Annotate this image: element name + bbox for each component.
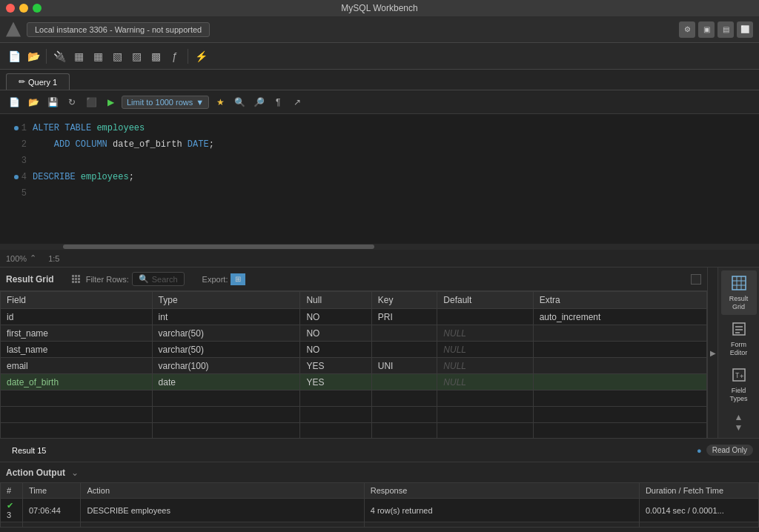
result-grid-sidebar-btn[interactable]: Result Grid bbox=[721, 270, 757, 315]
result-toolbar: Result Grid Filter Rows: 🔍 Search Export… bbox=[0, 267, 707, 291]
col-type: Type bbox=[152, 292, 300, 309]
cell-key: UNI bbox=[371, 358, 437, 374]
cell-type: varchar(50) bbox=[152, 342, 300, 358]
export-button[interactable]: ⊞ bbox=[231, 273, 245, 285]
zoom-arrow[interactable]: ⌃ bbox=[30, 253, 36, 263]
action-table: # Time Action Response Duration / Fetch … bbox=[0, 482, 759, 527]
table-row[interactable]: date_of_birth date YES NULL bbox=[1, 374, 707, 390]
table2-icon[interactable]: ▦ bbox=[90, 48, 106, 64]
save-sql-icon[interactable]: 💾 bbox=[44, 94, 61, 110]
cell-field: id bbox=[1, 309, 153, 325]
reconnect-icon[interactable]: 🔌 bbox=[51, 48, 67, 64]
table-icon[interactable]: ▦ bbox=[70, 48, 87, 64]
format-icon[interactable]: ¶ bbox=[270, 94, 286, 110]
cell-extra bbox=[533, 358, 706, 374]
new-file-icon[interactable]: 📄 bbox=[6, 48, 22, 64]
minimize-button[interactable] bbox=[19, 4, 28, 13]
search-icon[interactable]: 🔍 bbox=[231, 94, 248, 110]
cell-key bbox=[371, 342, 437, 358]
export-icon[interactable]: ↗ bbox=[289, 94, 305, 110]
settings-icon[interactable]: ⚙ bbox=[679, 21, 695, 38]
form-editor-sidebar-btn[interactable]: Form Editor bbox=[721, 316, 757, 361]
monitor-icon[interactable]: ▣ bbox=[698, 21, 715, 38]
form-editor-icon bbox=[730, 320, 748, 338]
cell-default bbox=[437, 309, 533, 325]
refresh-icon[interactable]: ↻ bbox=[64, 94, 80, 110]
action-output-toggle[interactable]: ⌄ bbox=[71, 468, 79, 478]
table-row-empty bbox=[1, 423, 707, 439]
table-row[interactable]: email varchar(100) YES UNI NULL bbox=[1, 358, 707, 374]
search-icon-small: 🔍 bbox=[139, 274, 149, 284]
table-row-empty bbox=[1, 390, 707, 407]
table4-icon[interactable]: ▨ bbox=[128, 48, 145, 64]
action-time: 07:06:44 bbox=[23, 499, 81, 522]
filter-label: Filter Rows: bbox=[86, 275, 129, 284]
cell-field: first_name bbox=[1, 325, 153, 342]
monitor2-icon[interactable]: ▤ bbox=[717, 21, 734, 38]
action-output-label: Action Output bbox=[6, 468, 65, 478]
cell-extra bbox=[533, 342, 706, 358]
function-icon[interactable]: ƒ bbox=[167, 48, 183, 64]
table5-icon[interactable]: ▩ bbox=[148, 48, 164, 64]
table-row[interactable]: id int NO PRI auto_increment bbox=[1, 309, 707, 325]
open-sql-icon[interactable]: 📂 bbox=[25, 94, 42, 110]
action-row[interactable]: ✔ 3 07:06:44 DESCRIBE employees 4 row(s)… bbox=[1, 499, 759, 522]
sql-line-2: ADD COLUMN date_of_birth DATE; bbox=[33, 136, 756, 153]
action-output-bar: Action Output ⌄ bbox=[0, 462, 759, 482]
expand-controls: ▲ ▼ bbox=[735, 413, 743, 435]
sql-line-1: ALTER TABLE employees bbox=[33, 120, 756, 136]
star-icon[interactable]: ★ bbox=[212, 94, 228, 110]
query1-tab-text: Query 1 bbox=[28, 78, 57, 87]
read-only-badge: Read Only bbox=[706, 445, 753, 456]
editor-scrollbar[interactable] bbox=[0, 244, 759, 250]
col-response: Response bbox=[364, 483, 639, 499]
result-tab[interactable]: Result 15 bbox=[6, 445, 52, 456]
cell-null: NO bbox=[300, 342, 371, 358]
col-duration: Duration / Fetch Time bbox=[639, 483, 758, 499]
cursor-position: 1:5 bbox=[48, 254, 59, 263]
action-output-table: # Time Action Response Duration / Fetch … bbox=[0, 482, 759, 527]
export-label: Export: bbox=[202, 275, 228, 284]
help-icon[interactable]: ⬜ bbox=[737, 21, 753, 38]
query1-tab[interactable]: ✏ Query 1 bbox=[6, 73, 70, 90]
table3-icon[interactable]: ▧ bbox=[109, 48, 125, 64]
maximize-button[interactable] bbox=[33, 4, 42, 13]
open-icon[interactable]: 📂 bbox=[25, 48, 42, 64]
stop-icon[interactable]: ⬛ bbox=[83, 94, 99, 110]
table-row[interactable]: last_name varchar(50) NO NULL bbox=[1, 342, 707, 358]
cell-field: date_of_birth bbox=[1, 374, 153, 390]
col-time: Time bbox=[23, 483, 81, 499]
col-field: Field bbox=[1, 292, 153, 309]
sidebar-collapse-arrow[interactable]: ▶ bbox=[707, 267, 717, 438]
limit-select[interactable]: Limit to 1000 rows ▼ bbox=[122, 96, 209, 109]
table-row[interactable]: first_name varchar(50) NO NULL bbox=[1, 325, 707, 342]
result-checkbox[interactable] bbox=[691, 274, 701, 285]
col-action: Action bbox=[81, 483, 364, 499]
expand-up-icon[interactable]: ▲ bbox=[735, 413, 743, 422]
sql-content[interactable]: ALTER TABLE employees ADD COLUMN date_of… bbox=[30, 114, 759, 244]
search2-icon[interactable]: 🔎 bbox=[251, 94, 267, 110]
result-area: Result Grid Filter Rows: 🔍 Search Export… bbox=[0, 267, 759, 438]
breakpoint-4 bbox=[14, 175, 19, 179]
cell-null: YES bbox=[300, 374, 371, 390]
search-box[interactable]: 🔍 Search bbox=[132, 272, 185, 286]
field-types-sidebar-btn[interactable]: T + Field Types bbox=[721, 362, 757, 407]
result-table: Field Type Null Key Default Extra id int… bbox=[0, 291, 707, 438]
cell-default: NULL bbox=[437, 342, 533, 358]
new-tab-icon[interactable]: 📄 bbox=[6, 94, 22, 110]
read-only-dot: ● bbox=[697, 446, 702, 455]
home-icon[interactable] bbox=[6, 22, 21, 37]
sql-editor[interactable]: 1 2 3 4 5 ALTER TABLE employees ADD COLU… bbox=[0, 114, 759, 244]
cell-null: NO bbox=[300, 309, 371, 325]
separator bbox=[46, 49, 47, 64]
close-button[interactable] bbox=[6, 4, 15, 13]
expand-down-icon[interactable]: ▼ bbox=[735, 423, 743, 432]
zoom-value: 100% bbox=[6, 254, 27, 263]
performance-icon[interactable]: ⚡ bbox=[193, 48, 209, 64]
action-num: ✔ 3 bbox=[1, 499, 23, 522]
line-3: 3 bbox=[3, 153, 27, 169]
sql-line-3 bbox=[33, 153, 756, 169]
line-numbers: 1 2 3 4 5 bbox=[0, 114, 30, 244]
table-row-empty bbox=[1, 407, 707, 423]
execute-icon[interactable]: ▶ bbox=[102, 94, 119, 110]
